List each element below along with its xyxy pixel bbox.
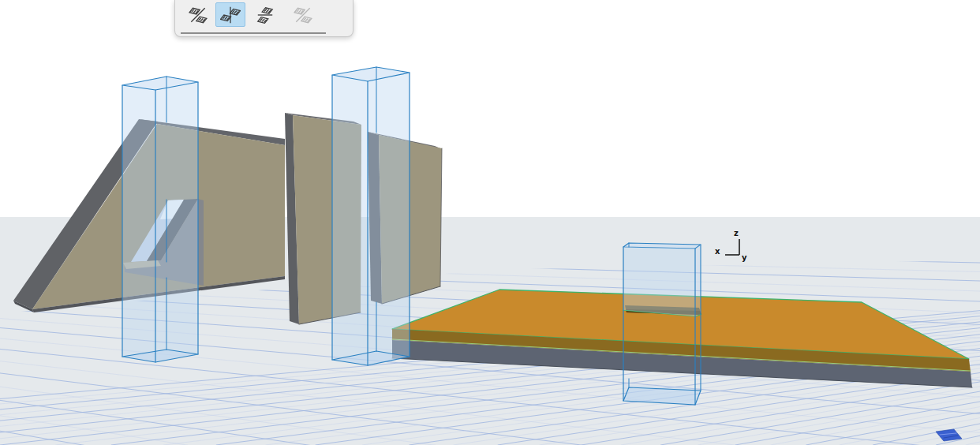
- junction-option-3-button[interactable]: [250, 2, 280, 27]
- junction-option-4-button[interactable]: [288, 2, 318, 27]
- wall-junction-split-horizontal-icon: [255, 5, 275, 25]
- scene-canvas: [0, 0, 980, 445]
- toolbar-divider: [181, 32, 326, 34]
- marquee-box-1-face-right[interactable]: [155, 82, 198, 362]
- marquee-box-3-right[interactable]: [695, 245, 701, 316]
- wall-junction-cross-icon: [293, 5, 313, 25]
- wall-junction-toolbar: [174, 0, 353, 37]
- wall-junction-split-vertical-icon: [220, 5, 241, 25]
- junction-option-1-button[interactable]: [183, 2, 213, 27]
- junction-option-2-button[interactable]: [215, 2, 245, 27]
- wall-junction-cross-icon: [188, 5, 208, 25]
- axis-label-z: z: [734, 230, 739, 237]
- 3d-viewport[interactable]: x y z: [0, 0, 980, 445]
- marquee-box-3-front[interactable]: [623, 247, 695, 316]
- marquee-box-2-face-left[interactable]: [332, 75, 368, 365]
- axis-label-y: y: [742, 254, 747, 262]
- marquee-box-2-face-right[interactable]: [368, 73, 410, 365]
- axis-label-x: x: [715, 248, 720, 256]
- marquee-box-1-face-left[interactable]: [122, 85, 155, 362]
